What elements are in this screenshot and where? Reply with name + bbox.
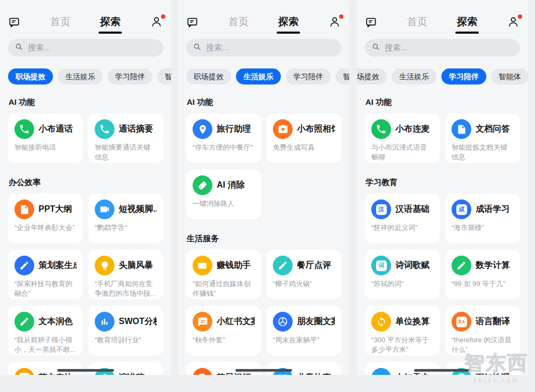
- search-input[interactable]: 搜索...: [186, 39, 341, 57]
- card-travel-assistant[interactable]: 旅行助理“停车方便的中餐厅”: [186, 113, 261, 163]
- card-english-expression[interactable]: En英文表达: [8, 362, 83, 375]
- chinese-basics-icon: 汉: [371, 199, 391, 219]
- card-xiaobu-photo-studio[interactable]: 小布照相馆免费生成写真: [266, 113, 341, 163]
- card-call-summary[interactable]: 通话摘要智能摘要通话关键信息: [88, 113, 163, 163]
- search-input[interactable]: 搜索...: [8, 39, 163, 57]
- card-head: 成成语学习: [452, 199, 514, 219]
- card-head: 小布连麦: [371, 119, 433, 139]
- card-poetry[interactable]: 词诗词歌赋“苏轼的词”: [365, 250, 440, 299]
- chip-workplace-efficiency[interactable]: 职场提效: [8, 68, 53, 84]
- tab-explore[interactable]: 探索: [100, 15, 120, 29]
- chat-bubble-icon[interactable]: [8, 16, 20, 28]
- card-xiaobu-call[interactable]: 小布通话智能接听电话: [8, 113, 83, 163]
- category-chips: 职场提效生活娱乐学习陪伴智能体: [0, 68, 171, 84]
- tab-home[interactable]: 首页: [407, 15, 427, 29]
- chip-ai-agent[interactable]: 智能体: [335, 68, 349, 84]
- card-short-video-script[interactable]: 短视频脚...“鹦鹉学舌”: [88, 194, 163, 243]
- gesture-bar[interactable]: [414, 369, 471, 372]
- chip-workplace-efficiency[interactable]: 职场提效: [186, 68, 231, 84]
- card-head: 数学计算: [452, 256, 514, 275]
- chip-study-companion[interactable]: 学习陪伴: [108, 68, 152, 84]
- card-title: 语言翻译: [476, 316, 510, 327]
- card-money-helper[interactable]: 赚钱助手“如何通过自媒体创作赚钱”: [186, 250, 261, 299]
- card-desc: “300 平方分米等于多少平方米”: [371, 335, 433, 355]
- gesture-bar[interactable]: [57, 369, 114, 372]
- card-xiaohongshu-copy[interactable]: 小红书文案“秋冬外套”: [186, 306, 261, 356]
- chip-ai-agent[interactable]: 智能体: [491, 68, 528, 84]
- gesture-bar[interactable]: [235, 369, 292, 372]
- card-desc: “99 加 99 等于几”: [452, 279, 514, 289]
- card-brainstorm[interactable]: 头脑风暴“手机厂商如何在竞争激烈的市场中脱...: [88, 250, 163, 299]
- card-head: 词诗词歌赋: [371, 256, 433, 275]
- card-desc: “教育培训行业”: [95, 335, 157, 345]
- top-nav: 首页探索: [186, 13, 341, 31]
- card-language-translation[interactable]: 文A语言翻译“therefore 的汉语是什么”: [445, 306, 520, 356]
- watermark-url: zhidx.com: [460, 378, 533, 383]
- chip-life-entertainment[interactable]: 生活娱乐: [392, 68, 437, 84]
- math-calculation-icon: [452, 256, 471, 275]
- chip-workplace-efficiency[interactable]: 职场提效: [357, 68, 387, 84]
- section-1: 学习教育汉汉语基础“慈祥的近义词”成成语学习“海市蜃楼”词诗词歌赋“苏轼的词”数…: [365, 178, 520, 375]
- icon-char-glyph: 汉: [376, 204, 387, 215]
- card-plan-generator[interactable]: 策划案生成“探索科技与教育的融合”: [8, 250, 83, 299]
- card-desc: “therefore 的汉语是什么”: [452, 335, 514, 355]
- chip-study-companion[interactable]: 学习陪伴: [286, 68, 331, 84]
- card-xiaobu-lianmai[interactable]: 小布连麦与小布沉浸式语音畅聊: [365, 113, 440, 163]
- tab-home[interactable]: 首页: [228, 15, 249, 29]
- card-desc: “椰子鸡火锅”: [273, 279, 335, 289]
- card-head: 朋友圈文案: [273, 312, 335, 332]
- card-math-calculation[interactable]: 数学计算“99 加 99 等于几”: [445, 250, 520, 299]
- chip-ai-agent[interactable]: 智能体: [157, 68, 171, 84]
- card-chinese-basics[interactable]: 汉汉语基础“慈祥的近义词”: [365, 194, 440, 243]
- astronomy-icon: [371, 368, 391, 375]
- card-swot-analysis[interactable]: SWOT分析“教育培训行业”: [88, 306, 163, 356]
- tab-explore[interactable]: 探索: [278, 15, 299, 29]
- card-desc: “探索科技与教育的融合”: [14, 279, 77, 299]
- card-title: 文档问答: [476, 124, 510, 135]
- card-title: 诗词歌赋: [395, 260, 430, 271]
- tab-explore[interactable]: 探索: [457, 15, 477, 29]
- search-placeholder: 搜索...: [206, 43, 229, 53]
- card-ai-eraser[interactable]: AI 消除一键消除路人: [186, 170, 261, 219]
- card-desc: “鹦鹉学舌”: [95, 223, 157, 233]
- plan-generator-icon: [14, 256, 34, 275]
- card-speech-draft[interactable]: 演讲稿: [88, 362, 163, 375]
- card-title: 英文表达: [39, 372, 73, 375]
- profile-icon[interactable]: [150, 16, 163, 28]
- chat-bubble-icon[interactable]: [365, 16, 377, 28]
- card-unit-conversion[interactable]: 单位换算“300 平方分米等于多少平方米”: [365, 306, 440, 356]
- section-0: AI 功能小布通话智能接听电话通话摘要智能摘要通话关键信息: [8, 97, 163, 163]
- card-astronomy[interactable]: 上知天文: [365, 362, 440, 375]
- search-input[interactable]: 搜索...: [365, 39, 520, 57]
- card-desc: “如何通过自媒体创作赚钱”: [193, 279, 255, 299]
- moments-copy-icon: [273, 312, 293, 332]
- chip-life-entertainment[interactable]: 生活娱乐: [236, 68, 281, 84]
- card-moments-copy[interactable]: 朋友圈文案“周末在家躺平”: [266, 306, 341, 356]
- chat-bubble-icon[interactable]: [186, 16, 198, 28]
- section-title: 生活服务: [187, 234, 341, 244]
- chip-study-companion[interactable]: 学习陪伴: [441, 68, 486, 84]
- card-title: 头脑风暴: [119, 260, 153, 271]
- card-festival-greeting[interactable]: 节日祝福: [186, 362, 261, 375]
- card-geography[interactable]: 下知地理: [445, 362, 520, 375]
- card-title: 上知天文: [395, 372, 430, 375]
- section-0: AI 功能旅行助理“停车方便的中餐厅”小布照相馆免费生成写真AI 消除一键消除路…: [186, 97, 341, 219]
- card-head: SWOT分析: [95, 312, 157, 332]
- brainstorm-icon: [95, 256, 114, 275]
- card-ppt-outline[interactable]: PPT大纲“企业年终表彰大会”: [8, 194, 83, 243]
- profile-icon[interactable]: [328, 16, 341, 28]
- card-title: 餐厅点评: [297, 260, 331, 271]
- card-idiom-learning[interactable]: 成成语学习“海市蜃楼”: [445, 194, 520, 243]
- card-text-polish[interactable]: 文本润色“我从前胆子很小很小，天一黑就不敢...: [8, 306, 83, 356]
- card-doc-qa[interactable]: 文档问答智能提炼文档关键信息: [445, 113, 520, 163]
- card-title: 单位换算: [395, 316, 430, 327]
- chip-life-entertainment[interactable]: 生活娱乐: [58, 68, 103, 84]
- card-title: 策划案生成: [39, 260, 77, 271]
- idiom-learning-icon: 成: [452, 199, 471, 219]
- profile-icon[interactable]: [507, 16, 520, 28]
- card-kids-story[interactable]: 儿童故事: [266, 362, 341, 375]
- restaurant-review-icon: [273, 256, 293, 275]
- card-restaurant-review[interactable]: 餐厅点评“椰子鸡火锅”: [266, 250, 341, 299]
- tab-home[interactable]: 首页: [50, 15, 71, 29]
- xiaobu-lianmai-icon: [371, 119, 391, 139]
